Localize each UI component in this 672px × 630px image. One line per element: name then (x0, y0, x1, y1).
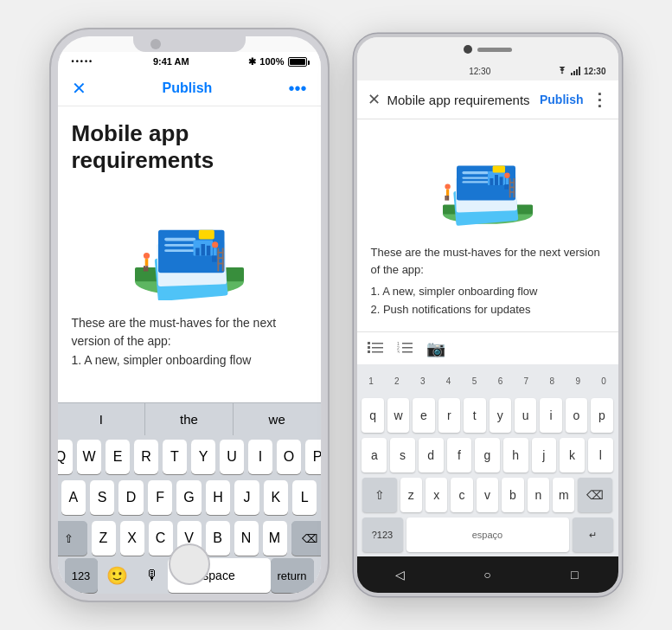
ios-mute-button[interactable] (51, 106, 53, 123)
ios-key-p[interactable]: P (305, 440, 328, 474)
android-key-a[interactable]: a (362, 438, 387, 472)
android-key-y[interactable]: y (490, 398, 511, 433)
ios-key-n[interactable]: N (234, 521, 259, 556)
android-num-1[interactable]: 1 (358, 368, 383, 394)
ios-key-q[interactable]: Q (51, 440, 74, 474)
android-num-2[interactable]: 2 (384, 368, 409, 394)
android-key-i[interactable]: i (540, 398, 561, 433)
android-key-k[interactable]: k (560, 438, 585, 472)
android-home-button[interactable]: ○ (477, 564, 497, 585)
android-shift-key[interactable]: ⇧ (362, 478, 397, 512)
ios-key-u[interactable]: U (220, 440, 244, 474)
ios-power-button[interactable] (326, 158, 328, 201)
android-num-5[interactable]: 5 (462, 368, 487, 394)
ios-key-y[interactable]: Y (191, 440, 215, 474)
android-publish-button[interactable]: Publish (540, 93, 584, 106)
android-key-w[interactable]: w (387, 398, 409, 433)
android-key-n[interactable]: n (528, 478, 549, 512)
ios-key-d[interactable]: D (118, 480, 143, 515)
ios-key-t[interactable]: T (163, 440, 187, 474)
android-key-l[interactable]: l (588, 438, 613, 472)
ios-key-j[interactable]: J (234, 480, 259, 515)
android-return-key[interactable]: ↵ (573, 518, 613, 552)
android-key-e[interactable]: e (413, 398, 434, 433)
android-key-f[interactable]: f (447, 438, 472, 472)
android-key-b[interactable]: b (502, 478, 523, 512)
android-format-numbered-icon[interactable]: 1 2 3 (397, 341, 413, 357)
android-key-s[interactable]: s (390, 438, 415, 472)
ios-suggestion-3[interactable]: we (234, 403, 321, 435)
ios-delete-key[interactable]: ⌫ (291, 521, 328, 556)
android-key-t[interactable]: t (464, 398, 485, 433)
android-key-d[interactable]: d (419, 438, 444, 472)
android-vol-button[interactable] (621, 106, 622, 127)
ios-key-w[interactable]: W (77, 440, 101, 474)
android-key-c[interactable]: c (451, 478, 472, 512)
android-format-list-icon[interactable] (368, 341, 383, 357)
ios-key-r[interactable]: R (134, 440, 158, 474)
ios-publish-button[interactable]: Publish (163, 80, 213, 96)
android-num-3[interactable]: 3 (410, 368, 435, 394)
ios-key-b[interactable]: B (206, 521, 230, 556)
ios-key-m[interactable]: M (263, 521, 287, 556)
ios-close-button[interactable]: ✕ (72, 78, 86, 99)
android-key-u[interactable]: u (515, 398, 536, 433)
android-key-j[interactable]: j (532, 438, 557, 472)
android-num-4[interactable]: 4 (436, 368, 461, 394)
ios-suggestion-2[interactable]: the (145, 403, 234, 435)
ios-home-button[interactable] (169, 543, 210, 585)
android-camera-icon[interactable]: 📷 (426, 339, 445, 358)
ios-key-c[interactable]: C (149, 521, 173, 556)
ios-return-key[interactable]: return (271, 558, 314, 593)
android-more-button[interactable]: ⋮ (591, 89, 608, 110)
android-content: These are the must-haves for the next ve… (357, 119, 618, 331)
ios-key-g[interactable]: G (176, 480, 201, 515)
android-key-o[interactable]: o (566, 398, 587, 433)
android-key-v[interactable]: v (477, 478, 498, 512)
android-delete-key[interactable]: ⌫ (578, 478, 612, 512)
ios-phone: ••••• 9:41 AM ✱ 100% ✕ Publish ••• Mobil… (51, 29, 328, 601)
android-num-8[interactable]: 8 (540, 368, 565, 394)
svg-rect-14 (221, 248, 223, 272)
android-key-m[interactable]: m (553, 478, 574, 512)
android-back-button[interactable]: ◁ (390, 564, 411, 585)
android-space-key[interactable]: espaço (406, 518, 569, 552)
android-key-z[interactable]: z (400, 478, 422, 512)
android-close-button[interactable]: ✕ (368, 90, 381, 109)
ios-emoji-key[interactable]: 🙂 (98, 560, 137, 591)
android-key-r[interactable]: r (438, 398, 460, 433)
ios-key-x[interactable]: X (120, 521, 144, 556)
android-num-row: 1 2 3 4 5 6 7 8 9 0 (357, 364, 618, 395)
android-key-g[interactable]: g (475, 438, 500, 472)
ios-vol-down-button[interactable] (51, 179, 53, 207)
android-keyboard: 1 2 3 4 5 6 7 8 9 0 q w e r t y u i o p … (357, 364, 618, 556)
ios-key-z[interactable]: Z (92, 521, 116, 556)
ios-suggestion-1[interactable]: I (58, 403, 146, 435)
android-power-button[interactable] (621, 141, 622, 176)
ios-numbers-key[interactable]: 123 (65, 558, 98, 593)
ios-mic-key[interactable]: 🎙 (137, 562, 168, 588)
ios-shift-key[interactable]: ⇧ (51, 521, 87, 556)
android-num-9[interactable]: 9 (566, 368, 591, 394)
android-num-6[interactable]: 6 (488, 368, 513, 394)
android-key-p[interactable]: p (591, 398, 612, 433)
android-num-0[interactable]: 0 (592, 368, 617, 394)
ios-key-f[interactable]: F (148, 480, 172, 515)
ios-key-h[interactable]: H (206, 480, 230, 515)
ios-key-o[interactable]: O (277, 440, 301, 474)
android-key-h[interactable]: h (503, 438, 528, 472)
ios-key-i[interactable]: I (248, 440, 272, 474)
android-key-x[interactable]: x (426, 478, 447, 512)
android-num-7[interactable]: 7 (514, 368, 539, 394)
ios-more-button[interactable]: ••• (288, 79, 306, 99)
android-key-q[interactable]: q (362, 398, 383, 433)
ios-vol-up-button[interactable] (51, 140, 53, 168)
ios-key-e[interactable]: E (106, 440, 130, 474)
android-recents-button[interactable]: □ (564, 564, 585, 585)
android-symbols-key[interactable]: ?123 (362, 518, 403, 552)
svg-point-48 (504, 173, 509, 178)
ios-key-s[interactable]: S (90, 480, 114, 515)
ios-key-k[interactable]: K (264, 480, 288, 515)
ios-key-a[interactable]: A (61, 480, 86, 515)
ios-key-l[interactable]: L (292, 480, 317, 515)
